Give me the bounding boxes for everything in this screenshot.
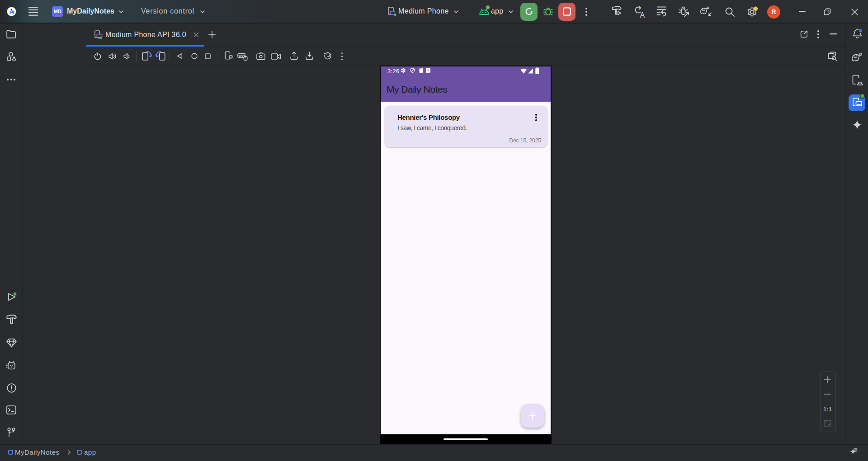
svg-text:A: A	[640, 11, 645, 19]
svg-text:A: A	[427, 69, 429, 72]
